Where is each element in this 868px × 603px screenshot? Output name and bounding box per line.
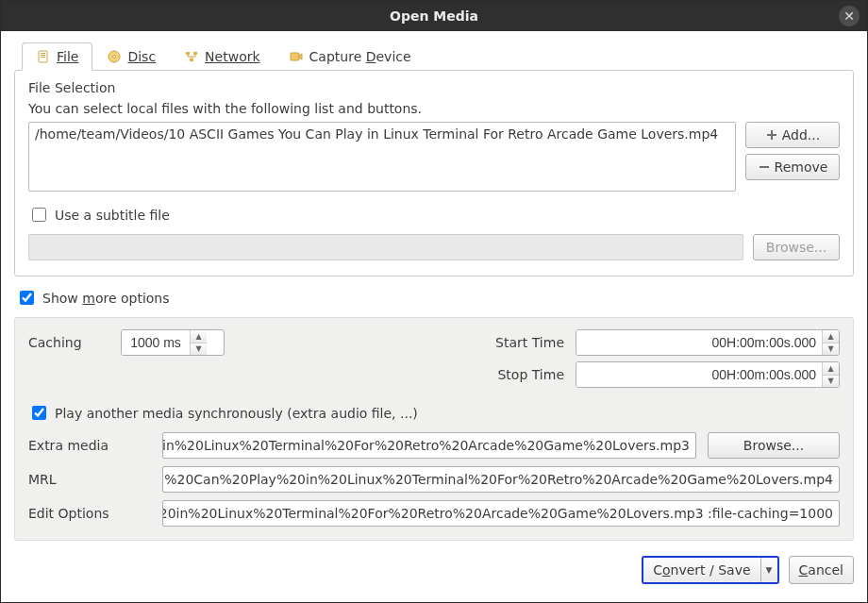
spinner-up-icon[interactable]: ▲ <box>823 330 839 343</box>
tab-bar: File Disc Network Capture Device <box>14 42 854 71</box>
window-title: Open Media <box>1 8 867 24</box>
disc-icon <box>107 49 122 64</box>
file-selection-instruction: You can select local files with the foll… <box>28 101 840 116</box>
tab-disc-label: Disc <box>127 49 156 64</box>
svg-rect-7 <box>193 52 197 55</box>
play-sync-label: Play another media synchronously (extra … <box>55 406 418 421</box>
remove-button[interactable]: Remove <box>745 154 840 180</box>
svg-rect-1 <box>41 53 45 54</box>
stop-time-spinbox[interactable]: ▲ ▼ <box>576 361 840 388</box>
convert-save-dropdown[interactable]: ▼ <box>760 558 777 582</box>
file-icon <box>36 49 51 64</box>
mrl-label: MRL <box>28 472 151 487</box>
stop-time-spinner[interactable]: ▲ ▼ <box>822 362 839 387</box>
tab-capture-label: Capture Device <box>309 49 411 64</box>
show-more-checkbox[interactable] <box>20 291 34 305</box>
tab-file-label: File <box>57 49 78 64</box>
cancel-button[interactable]: Cancel <box>789 556 854 584</box>
spinner-down-icon[interactable]: ▼ <box>823 375 839 388</box>
caching-label: Caching <box>28 335 113 350</box>
show-more-label: Show more options <box>42 291 170 306</box>
start-time-input[interactable] <box>576 330 822 355</box>
tab-disc[interactable]: Disc <box>92 42 170 71</box>
capture-icon <box>289 49 304 64</box>
spinner-down-icon[interactable]: ▼ <box>823 343 839 356</box>
edit-options-input[interactable]: y%20in%20Linux%20Terminal%20For%20Retro%… <box>162 500 840 527</box>
minus-icon <box>758 160 771 174</box>
svg-rect-6 <box>186 52 190 55</box>
edit-options-label: Edit Options <box>28 506 151 521</box>
tab-network-label: Network <box>205 49 259 64</box>
play-sync-checkbox[interactable] <box>32 406 46 420</box>
start-time-spinbox[interactable]: ▲ ▼ <box>576 329 840 356</box>
file-list[interactable]: /home/team/Videos/10 ASCII Games You Can… <box>28 122 736 192</box>
extra-media-label: Extra media <box>28 438 151 453</box>
subtitle-checkbox[interactable] <box>32 208 46 222</box>
plus-icon <box>765 128 778 142</box>
start-time-spinner[interactable]: ▲ ▼ <box>822 330 839 355</box>
svg-rect-3 <box>41 57 45 58</box>
svg-rect-8 <box>190 59 193 61</box>
close-icon[interactable]: ✕ <box>839 6 860 26</box>
stop-time-label: Stop Time <box>483 367 568 382</box>
svg-point-5 <box>113 56 116 59</box>
convert-save-button[interactable]: Convert / Save ▼ <box>642 556 778 584</box>
caching-spinbox[interactable]: ▲ ▼ <box>121 329 225 356</box>
file-selection-legend: File Selection <box>28 80 840 95</box>
subtitle-path-input <box>28 234 743 260</box>
caching-spinner[interactable]: ▲ ▼ <box>190 330 207 355</box>
start-time-label: Start Time <box>483 335 568 350</box>
tab-network[interactable]: Network <box>170 42 274 71</box>
stop-time-input[interactable] <box>576 362 822 387</box>
caching-input[interactable] <box>122 330 190 355</box>
add-button[interactable]: Add... <box>745 122 840 148</box>
spinner-up-icon[interactable]: ▲ <box>823 362 839 375</box>
network-icon <box>184 49 199 64</box>
svg-rect-9 <box>291 53 299 60</box>
subtitle-browse-button: Browse... <box>753 234 840 260</box>
svg-rect-2 <box>41 55 45 56</box>
spinner-down-icon[interactable]: ▼ <box>191 343 207 356</box>
tab-file[interactable]: File <box>22 42 92 71</box>
spinner-up-icon[interactable]: ▲ <box>191 330 207 343</box>
tab-capture[interactable]: Capture Device <box>275 42 426 71</box>
extra-media-browse-button[interactable]: Browse... <box>708 432 840 459</box>
file-list-item[interactable]: /home/team/Videos/10 ASCII Games You Can… <box>35 126 729 142</box>
extra-media-input[interactable]: 20in%20Linux%20Terminal%20For%20Retro%20… <box>162 432 696 459</box>
mrl-input[interactable]: You%20Can%20Play%20in%20Linux%20Terminal… <box>162 466 840 493</box>
subtitle-label: Use a subtitle file <box>55 208 170 223</box>
